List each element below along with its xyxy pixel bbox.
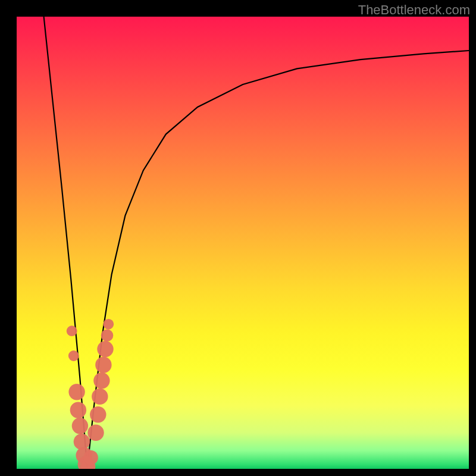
scatter-point (95, 357, 111, 373)
scatter-point (103, 319, 114, 330)
scatter-point (68, 384, 84, 400)
scatter-point (74, 434, 90, 450)
scatter-point (87, 425, 104, 441)
scatter-point (83, 450, 98, 465)
chart-svg (17, 17, 469, 469)
bottleneck-curve (44, 17, 469, 469)
scatter-point (68, 350, 79, 361)
plot-area (17, 17, 469, 469)
scatter-point (101, 330, 114, 342)
scatter-point (93, 372, 109, 389)
scatter-point (92, 389, 108, 405)
scatter-point (97, 341, 113, 357)
watermark-text: TheBottleneck.com (358, 2, 470, 18)
scatter-point (67, 325, 77, 336)
scatter-point (72, 418, 88, 434)
scatter-point (90, 406, 106, 422)
scatter-point (70, 402, 86, 418)
